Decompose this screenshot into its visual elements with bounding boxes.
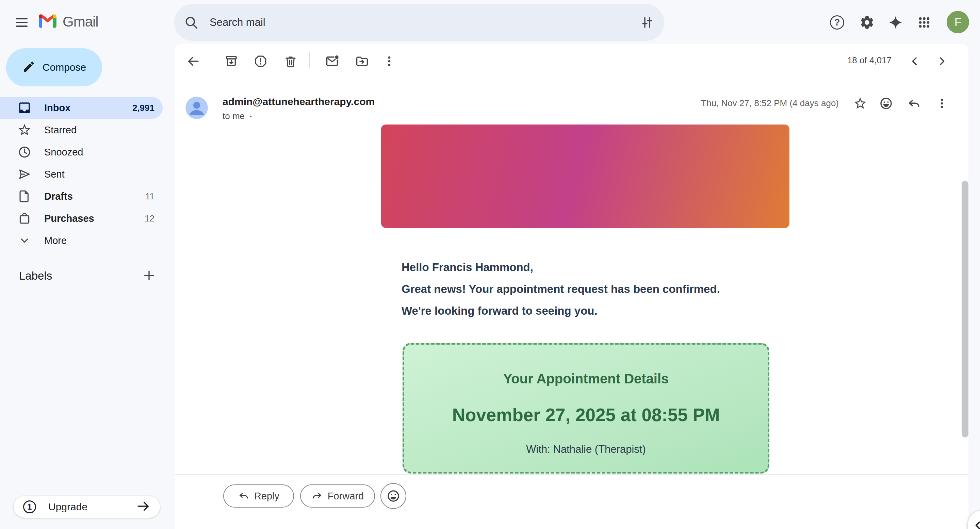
scrollbar-thumb[interactable]	[962, 181, 969, 437]
mark-unread-button[interactable]	[320, 49, 344, 73]
forward-label: Forward	[328, 491, 364, 502]
sidebar-item-count: 11	[145, 191, 154, 202]
shopping-bag-icon	[17, 211, 32, 226]
sidebar-item-label: Starred	[44, 124, 76, 136]
sidebar-item-label: Purchases	[44, 213, 94, 224]
apps-button[interactable]	[912, 10, 937, 35]
tune-icon[interactable]	[636, 11, 658, 33]
sidebar-item-more[interactable]: More	[0, 230, 163, 251]
settings-button[interactable]	[855, 10, 879, 35]
recipient-dropdown[interactable]: to me	[223, 111, 254, 121]
sidebar-item-snoozed[interactable]: Snoozed	[0, 141, 163, 163]
sidebar-item-count: 2,991	[132, 103, 154, 113]
search-input[interactable]	[210, 16, 636, 29]
forward-arrow-icon	[311, 490, 323, 502]
sidebar-item-label: Sent	[44, 169, 65, 180]
profile-avatar[interactable]: F	[947, 11, 969, 33]
google-one-icon: 1	[23, 500, 36, 513]
email-banner: Appointment Confirmed! Your therapy sess…	[381, 124, 789, 228]
sidebar-item-count: 12	[145, 213, 154, 224]
search-bar[interactable]	[174, 4, 664, 41]
pencil-icon	[22, 60, 36, 75]
archive-icon	[224, 54, 239, 68]
apps-grid-icon	[917, 15, 931, 30]
reply-button[interactable]: Reply	[223, 485, 294, 508]
email-date: Thu, Nov 27, 8:52 PM (4 days ago)	[667, 98, 839, 108]
sidebar-item-sent[interactable]: Sent	[0, 163, 163, 185]
inbox-icon	[17, 100, 32, 115]
show-side-panel-button[interactable]	[968, 510, 980, 529]
sender-email[interactable]: admin@attuneheartherapy.com	[223, 96, 375, 108]
sidebar-item-drafts[interactable]: Drafts 11	[0, 186, 163, 207]
star-icon	[853, 96, 867, 111]
star-email-button[interactable]	[848, 91, 872, 116]
message-more-button[interactable]	[930, 91, 954, 116]
emoji-icon	[879, 96, 893, 111]
gmail-m-icon	[38, 14, 57, 30]
sender-avatar[interactable]	[185, 97, 208, 119]
delete-button[interactable]	[278, 49, 303, 73]
arrow-right-icon	[136, 499, 150, 515]
archive-button[interactable]	[219, 49, 243, 73]
mail-unread-icon	[325, 54, 339, 68]
email-body-text: Hello Francis Hammond, Great news! Your …	[401, 256, 830, 322]
back-arrow-icon	[186, 54, 200, 68]
details-title: Your Appointment Details	[404, 371, 768, 386]
toolbar-divider	[309, 52, 310, 68]
older-email-button[interactable]	[930, 49, 954, 73]
gemini-button[interactable]	[883, 10, 908, 35]
body-line: We're looking forward to seeing you.	[401, 300, 830, 322]
body-line: Great news! Your appointment request has…	[401, 278, 830, 300]
compose-button[interactable]: Compose	[6, 48, 102, 86]
clock-icon	[17, 145, 32, 160]
upgrade-button[interactable]: 1 Upgrade	[14, 496, 160, 518]
upgrade-label: Upgrade	[48, 501, 88, 513]
chevron-right-icon	[936, 56, 948, 67]
sidebar-item-inbox[interactable]: Inbox 2,991	[0, 97, 163, 119]
draft-icon	[17, 189, 32, 204]
help-icon: ?	[830, 15, 844, 30]
sidebar-item-label: Snoozed	[44, 147, 83, 158]
add-label-button[interactable]	[139, 265, 159, 286]
pagination-counter: 18 of 4,017	[793, 55, 891, 66]
hamburger-icon	[16, 18, 27, 27]
more-options-button[interactable]	[377, 49, 401, 73]
menu-button[interactable]	[10, 10, 34, 35]
move-to-button[interactable]	[350, 49, 374, 73]
recipient-label: to me	[223, 111, 245, 121]
body-line: Hello Francis Hammond,	[401, 256, 830, 278]
emoji-reaction-button[interactable]	[874, 91, 898, 116]
search-icon[interactable]	[180, 11, 202, 33]
chevron-down-icon	[17, 233, 32, 248]
forward-button[interactable]: Forward	[300, 485, 375, 508]
newer-email-button[interactable]	[902, 49, 927, 73]
gear-icon	[859, 14, 875, 30]
sidebar-item-label: Inbox	[44, 102, 70, 114]
gemini-sparkle-icon	[888, 15, 903, 30]
chevron-left-icon	[972, 519, 980, 529]
reply-arrow-icon	[238, 490, 250, 502]
report-spam-button[interactable]	[248, 49, 273, 73]
sidebar-item-starred[interactable]: Starred	[0, 119, 163, 141]
add-reaction-button[interactable]	[380, 483, 406, 509]
back-button[interactable]	[181, 49, 205, 73]
emoji-icon	[386, 489, 401, 503]
send-icon	[17, 167, 32, 182]
plus-icon	[142, 269, 156, 282]
reply-icon-button[interactable]	[902, 91, 926, 116]
details-therapist: With: Nathalie (Therapist)	[404, 443, 768, 456]
sidebar-item-label: More	[44, 235, 67, 246]
sidebar-item-purchases[interactable]: Purchases 12	[0, 208, 163, 229]
gmail-logo: Gmail	[38, 12, 98, 31]
more-vertical-icon	[935, 97, 949, 110]
person-icon	[185, 97, 208, 119]
more-vertical-icon	[382, 54, 396, 68]
appointment-details-card: Your Appointment Details November 27, 20…	[402, 343, 769, 473]
trash-icon	[283, 54, 298, 68]
caret-down-icon	[247, 113, 254, 120]
compose-label: Compose	[43, 62, 86, 73]
gmail-logo-text: Gmail	[63, 14, 98, 30]
labels-header: Labels	[19, 269, 52, 282]
content-footer-divider	[175, 474, 969, 475]
help-button[interactable]: ?	[825, 10, 850, 35]
